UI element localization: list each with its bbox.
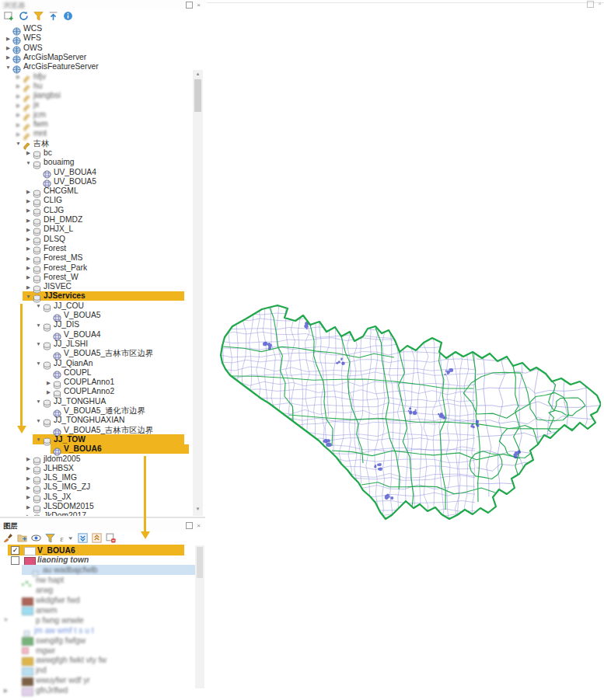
tree-item-bouaimg[interactable]: ▼bouaimg — [0, 158, 193, 167]
collapse-arrow-icon[interactable]: ▼ — [25, 160, 32, 165]
layers-scrollbar[interactable] — [195, 545, 204, 688]
expand-arrow-icon[interactable]: ▶ — [25, 504, 32, 510]
expand-arrow-icon[interactable]: ▶ — [25, 465, 32, 472]
tree-item-v-boua4[interactable]: V_BOUA4 — [0, 330, 193, 340]
collapse-arrow-icon[interactable]: ▼ — [15, 141, 22, 146]
expand-arrow-icon[interactable]: ▶ — [5, 45, 12, 51]
expand-arrow-icon[interactable]: ▶ — [15, 131, 22, 138]
expand-arrow-icon[interactable]: ▶ — [2, 688, 9, 694]
expand-arrow-icon[interactable]: ▶ — [15, 93, 22, 99]
manage-map-themes-icon[interactable] — [31, 533, 42, 544]
expand-arrow-icon[interactable]: ▶ — [25, 227, 32, 233]
collapse-all-icon[interactable] — [92, 533, 103, 544]
expand-arrow-icon[interactable]: ▶ — [25, 284, 32, 291]
tree-item-dlsq[interactable]: ▶DLSQ — [0, 235, 193, 244]
tree-item-hfjv[interactable]: ▶hfjv — [0, 72, 193, 82]
expand-arrow-icon[interactable]: ▶ — [25, 514, 32, 516]
collapse-arrow-icon[interactable]: ▼ — [35, 399, 42, 404]
tree-item-hu[interactable]: ▶hu — [0, 82, 193, 91]
tree-item-v-boua5[interactable]: V_BOUA5_吉林市区边界 — [0, 349, 193, 358]
tree-item-jjservices[interactable]: ▼JJServices — [0, 291, 193, 301]
expand-arrow-icon[interactable]: ▶ — [25, 475, 32, 482]
collapse-arrow-icon[interactable]: ▼ — [2, 617, 9, 622]
layer-visibility-checkbox[interactable]: ✓ — [11, 546, 19, 555]
layer-item-gfnjrlfwd[interactable]: ▶gfnJrlfwd — [0, 686, 194, 696]
tree-item-jiangbsi[interactable]: ▶jiangbsi — [0, 91, 193, 100]
tree-item-couplanno2[interactable]: ▶COUPLAnno2 — [0, 387, 193, 396]
tree-item-jisvec[interactable]: ▶JISVEC — [0, 282, 193, 291]
float-panel-icon[interactable] — [186, 2, 193, 9]
tree-item-jj-tow[interactable]: ▼JJ_TOW — [0, 435, 193, 444]
collapse-all-icon[interactable] — [48, 11, 59, 22]
expand-arrow-icon[interactable]: ▶ — [45, 389, 52, 395]
layer-item-v-boua6[interactable]: ✓V_BOUA6 — [0, 545, 194, 555]
layer-item-anwm[interactable]: anwm — [0, 605, 194, 615]
filter-by-expression-icon[interactable]: ε — [59, 533, 70, 544]
tree-item-v-boua5[interactable]: V_BOUA5_通化市边界 — [0, 406, 193, 416]
expand-all-icon[interactable] — [78, 533, 89, 544]
expand-arrow-icon[interactable]: ▶ — [15, 74, 22, 80]
layer-item-jm-aw-wmf-t-s-u-t[interactable]: jm aw wmf t s u t — [0, 625, 194, 636]
expand-arrow-icon[interactable]: ▶ — [5, 54, 12, 61]
expand-arrow-icon[interactable]: ▶ — [5, 36, 12, 42]
add-group-icon[interactable] — [17, 533, 28, 544]
remove-layer-icon[interactable] — [106, 533, 117, 544]
tree-item-ows[interactable]: ▶OWS — [0, 44, 193, 53]
tree-item-arcgisfeatureserver[interactable]: ▼ArcGisFeatureServer — [0, 62, 193, 71]
filter-legend-icon[interactable] — [45, 533, 56, 544]
tree-item-jj-jlshi[interactable]: ▼JJ_JLSHI — [0, 340, 193, 349]
close-panel-icon[interactable]: × — [596, 0, 603, 7]
collapse-arrow-icon[interactable]: ▼ — [5, 64, 12, 70]
tree-item-v-boua5[interactable]: V_BOUA5_吉林市区边界 — [0, 426, 193, 435]
tree-item-v-boua6[interactable]: V_BOUA6 — [0, 444, 193, 454]
layer-visibility-checkbox[interactable] — [11, 556, 19, 565]
layer-item-p-fwng-wnwle[interactable]: ▼p fwng wnwle — [0, 615, 194, 625]
tree-item-bc[interactable]: ▶bc — [0, 148, 193, 158]
tree-item-dh-dmdz[interactable]: ▶DH_DMDZ — [0, 215, 193, 225]
open-layer-styling-icon[interactable] — [3, 533, 14, 544]
tree-item-arcgismapserver[interactable]: ▶ArcGisMapServer — [0, 53, 193, 62]
refresh-icon[interactable] — [19, 11, 30, 22]
tree-item-couplanno1[interactable]: ▶COUPLAnno1 — [0, 378, 193, 387]
expand-arrow-icon[interactable]: ▶ — [15, 112, 22, 118]
tree-item-item[interactable]: ▼吉林 — [0, 139, 193, 148]
tree-item-mnt[interactable]: ▶mnt — [0, 129, 193, 138]
collapse-arrow-icon[interactable]: ▼ — [35, 341, 42, 347]
layer-item-wkdgfwr-fwd[interactable]: wkdgfwr fwd — [0, 596, 194, 606]
tree-item-uv-boua5[interactable]: UV_BOUA5 — [0, 177, 193, 186]
layer-item-awwgfgh-fwkt-vty-fw[interactable]: awwgfgh fwkt vty fw — [0, 656, 194, 666]
tree-item-jj-dis[interactable]: ▼JJ_DIS — [0, 320, 193, 329]
expand-arrow-icon[interactable]: ▶ — [25, 236, 32, 242]
tree-item-clig[interactable]: ▶CLIG — [0, 196, 193, 205]
tree-item-uv-boua4[interactable]: UV_BOUA4 — [0, 168, 193, 177]
layer-item-au-wadbajcfwlb[interactable]: au wadbajcfwlb — [0, 566, 194, 576]
tree-item-jj-tonghua[interactable]: ▼JJ_TONGHUA — [0, 397, 193, 406]
tree-item-cljg[interactable]: ▶CLJG — [0, 206, 193, 215]
expand-arrow-icon[interactable]: ▶ — [15, 103, 22, 109]
filter-browser-icon[interactable] — [33, 11, 44, 22]
tree-item-jldom2005[interactable]: ▶jldom2005 — [0, 454, 193, 464]
tree-item-jkdom2017[interactable]: ▶JkDom2017 — [0, 511, 193, 516]
expand-arrow-icon[interactable]: ▶ — [25, 150, 32, 156]
tree-item-jls-jx[interactable]: ▶JLS_JX — [0, 493, 193, 502]
expand-arrow-icon[interactable]: ▶ — [45, 380, 52, 386]
tree-item-forest-ms[interactable]: ▶Forest_MS — [0, 253, 193, 263]
tree-item-chcgml[interactable]: ▶CHCGML — [0, 186, 193, 196]
properties-info-icon[interactable] — [63, 11, 74, 22]
expand-arrow-icon[interactable]: ▶ — [25, 485, 32, 491]
layer-item-swngifg-fwfgw[interactable]: swngifg fwfgw — [0, 636, 194, 646]
expand-arrow-icon[interactable]: ▶ — [25, 256, 32, 262]
tree-item-wcs[interactable]: WCS — [0, 24, 193, 33]
layer-item-nw-hapt[interactable]: nw hapt — [0, 576, 194, 586]
expand-arrow-icon[interactable]: ▶ — [25, 189, 32, 195]
tree-item-forest-park[interactable]: ▶Forest_Park — [0, 263, 193, 273]
tree-item-jls-img[interactable]: ▶JLS_IMG — [0, 473, 193, 482]
tree-item-jcm[interactable]: ▶jcm — [0, 110, 193, 120]
tree-item-jlsdom2015[interactable]: ▶JLSDOM2015 — [0, 502, 193, 511]
tree-item-jj-tonghuaxian[interactable]: ▼JJ_TONGHUAXIAN — [0, 416, 193, 425]
add-selected-layers-button[interactable] — [4, 11, 15, 22]
collapse-arrow-icon[interactable]: ▼ — [35, 322, 42, 328]
map-canvas[interactable]: × — [206, 0, 604, 700]
tree-item-v-boua5[interactable]: V_BOUA5 — [0, 311, 193, 320]
close-panel-icon[interactable]: × — [195, 2, 202, 9]
